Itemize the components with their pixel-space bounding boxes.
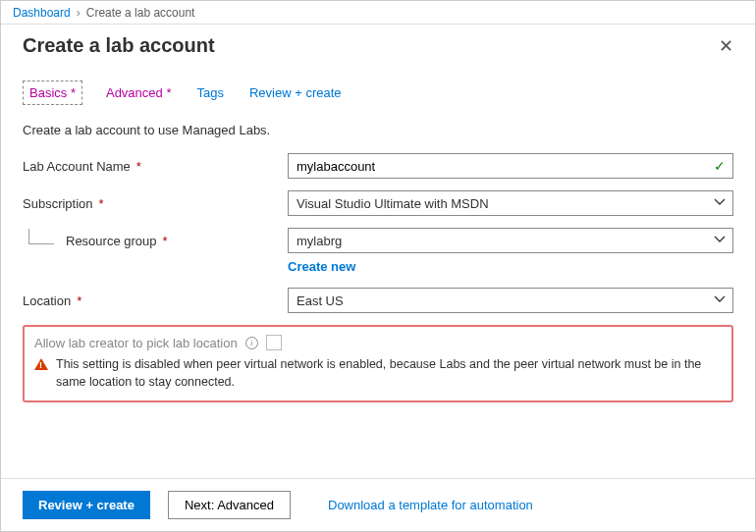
location-select[interactable]: East US xyxy=(288,288,733,313)
warning-row: This setting is disabled when peer virtu… xyxy=(34,356,722,391)
label-subscription: Subscription* xyxy=(23,196,288,211)
resource-group-select[interactable]: mylabrg xyxy=(288,228,733,253)
row-resource-group: Resource group* mylabrg xyxy=(23,228,733,253)
label-location: Location* xyxy=(23,293,288,308)
allow-lab-location-section: Allow lab creator to pick lab location i… xyxy=(23,325,733,402)
review-create-button[interactable]: Review + create xyxy=(23,491,150,519)
tab-advanced[interactable]: Advanced * xyxy=(104,80,174,105)
footer-bar: Review + create Next: Advanced Download … xyxy=(1,478,755,531)
tab-bar: Basics * Advanced * Tags Review + create xyxy=(23,80,733,105)
page-title: Create a lab account xyxy=(23,34,215,57)
row-subscription: Subscription* Visual Studio Ultimate wit… xyxy=(23,190,733,216)
page-root: Dashboard › Create a lab account Create … xyxy=(0,0,756,532)
warning-text: This setting is disabled when peer virtu… xyxy=(56,356,722,391)
label-lab-account-name: Lab Account Name* xyxy=(23,159,288,174)
warning-icon xyxy=(34,358,48,370)
allow-lab-location-row: Allow lab creator to pick lab location i xyxy=(34,335,722,350)
content-area: Basics * Advanced * Tags Review + create… xyxy=(1,63,755,402)
allow-lab-location-checkbox xyxy=(266,335,282,350)
subscription-select[interactable]: Visual Studio Ultimate with MSDN xyxy=(288,190,733,216)
info-icon[interactable]: i xyxy=(245,337,258,349)
label-resource-group: Resource group* xyxy=(23,233,288,248)
next-advanced-button[interactable]: Next: Advanced xyxy=(168,491,291,519)
chevron-right-icon: › xyxy=(77,6,81,20)
row-lab-account-name: Lab Account Name* ✓ xyxy=(23,153,733,179)
tab-advanced-label: Advanced xyxy=(106,85,163,100)
tab-review-create[interactable]: Review + create xyxy=(247,80,344,105)
row-location: Location* East US xyxy=(23,288,733,313)
tab-tags[interactable]: Tags xyxy=(194,80,225,105)
allow-lab-location-label: Allow lab creator to pick lab location xyxy=(34,336,238,350)
download-template-link[interactable]: Download a template for automation xyxy=(328,498,533,512)
tab-basics-label: Basics xyxy=(29,85,67,100)
form-description: Create a lab account to use Managed Labs… xyxy=(23,123,733,137)
create-new-resource-group-link[interactable]: Create new xyxy=(288,259,355,274)
breadcrumb: Dashboard › Create a lab account xyxy=(1,1,755,25)
close-icon[interactable]: ✕ xyxy=(719,35,733,57)
page-header: Create a lab account ✕ xyxy=(1,25,755,63)
lab-account-name-input[interactable] xyxy=(288,153,733,179)
breadcrumb-current: Create a lab account xyxy=(86,6,195,20)
breadcrumb-dashboard-link[interactable]: Dashboard xyxy=(13,6,71,20)
tree-connector-icon xyxy=(28,229,54,244)
tab-basics[interactable]: Basics * xyxy=(23,80,82,105)
